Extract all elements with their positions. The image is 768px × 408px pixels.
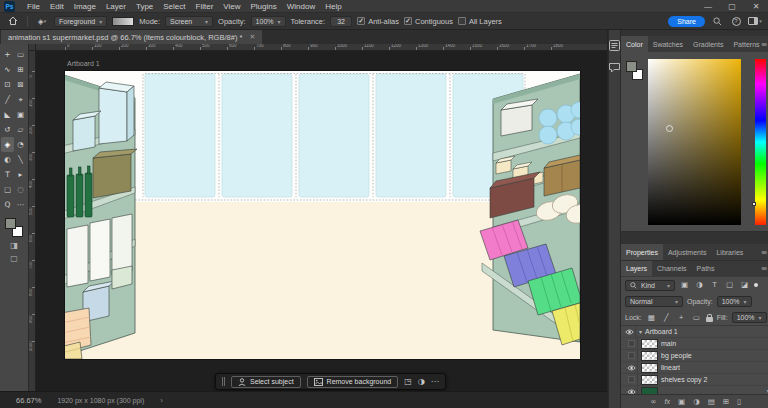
more-tools-tool[interactable]: ⋯ (14, 197, 27, 212)
photoshop-logo-icon[interactable]: Ps (4, 1, 15, 12)
tab-channels[interactable]: Channels (652, 261, 692, 276)
help-icon[interactable]: ? (729, 17, 743, 26)
document-tab[interactable]: animation s1 supermarket.psd @ 66.7% (it… (1, 30, 262, 44)
filter-kind-dropdown[interactable]: Kind ▾ (625, 280, 675, 291)
contiguous-checkbox[interactable]: ✓ Contiguous (404, 17, 453, 26)
tab-paths[interactable]: Paths (692, 261, 720, 276)
tolerance-input[interactable]: 32 (330, 16, 352, 27)
artboard-label[interactable]: Artboard 1 (67, 60, 100, 67)
more-options-icon[interactable]: ⋯ (431, 378, 439, 386)
zoom-tool[interactable]: Q (1, 197, 14, 212)
visibility-toggle[interactable] (625, 374, 638, 385)
visibility-toggle[interactable] (625, 362, 638, 373)
hand-tool[interactable]: ◌ (14, 182, 27, 197)
hue-slider-handle[interactable] (752, 202, 756, 206)
remove-background-button[interactable]: Remove background (307, 376, 399, 388)
menu-select[interactable]: Select (158, 2, 190, 11)
tab-close-icon[interactable]: ✕ (249, 33, 255, 41)
object-selection-tool[interactable]: ⊞ (14, 62, 27, 77)
menu-filter[interactable]: Filter (191, 2, 219, 11)
quick-mask-icon[interactable]: ◨ (10, 242, 18, 250)
layer-row[interactable]: shelves copy 2 (621, 374, 768, 386)
panel-menu-icon[interactable]: ≡ (761, 244, 768, 260)
menu-window[interactable]: Window (282, 2, 320, 11)
filter-adjustment-icon[interactable]: ◑ (694, 281, 705, 289)
adjustments-icon[interactable]: ◑ (418, 378, 425, 386)
layer-row[interactable]: main (621, 338, 768, 350)
marquee-tool[interactable]: ▭ (14, 47, 27, 62)
layer-thumbnail[interactable] (641, 375, 658, 385)
layer-row[interactable]: bg people (621, 350, 768, 362)
tab-gradients[interactable]: Gradients (688, 36, 728, 52)
layer-effects-icon[interactable]: fx (665, 398, 670, 405)
tab-swatches[interactable]: Swatches (648, 36, 688, 52)
layer-thumbnail[interactable] (641, 339, 658, 349)
layer-row-partial[interactable] (621, 386, 768, 394)
filter-type-icon[interactable]: T (709, 281, 720, 289)
paint-bucket-tool[interactable]: ◈ (1, 137, 14, 152)
close-button[interactable]: ✕ (744, 2, 768, 11)
dodge-tool[interactable]: ◐ (1, 152, 14, 167)
filter-image-icon[interactable]: ▣ (679, 281, 690, 289)
all-layers-checkbox[interactable]: All Layers (458, 17, 502, 26)
lasso-tool[interactable]: ∿ (1, 62, 14, 77)
paint-bucket-preset-icon[interactable]: ◈▾ (35, 17, 49, 26)
search-icon[interactable] (710, 17, 724, 26)
saturation-brightness-picker[interactable] (648, 59, 741, 225)
history-brush-tool[interactable]: ↺ (1, 122, 14, 137)
filter-toggle-icon[interactable] (754, 283, 758, 287)
transform-icon[interactable]: ◳ (404, 378, 412, 386)
status-chevron-icon[interactable]: › (160, 396, 163, 405)
drag-handle-icon[interactable] (222, 377, 225, 386)
shape-tool[interactable]: ▢ (1, 182, 14, 197)
share-button[interactable]: Share (668, 16, 705, 27)
panel-menu-icon[interactable]: ≡ (761, 261, 768, 276)
anti-alias-checkbox[interactable]: ✓ Anti-alias (357, 17, 399, 26)
menu-plugins[interactable]: Plugins (246, 2, 282, 11)
new-layer-icon[interactable]: ⊞ (723, 397, 729, 406)
layer-thumbnail[interactable] (641, 351, 658, 361)
home-icon[interactable] (6, 16, 20, 26)
screen-mode-icon[interactable]: ▢ (10, 255, 18, 263)
maximize-button[interactable]: ▢ (720, 2, 744, 11)
select-subject-button[interactable]: Select subject (231, 376, 301, 388)
expand-chevron-icon[interactable]: ▾ (639, 328, 642, 335)
layer-thumbnail[interactable] (641, 387, 658, 395)
comments-panel-icon[interactable] (609, 63, 620, 73)
layer-row[interactable]: lineart (621, 362, 768, 374)
history-panel-icon[interactable] (609, 40, 620, 51)
tab-patterns[interactable]: Patterns (728, 36, 764, 52)
tab-layers[interactable]: Layers (621, 261, 652, 276)
canvas-area[interactable]: 0100200300400500600700800900100011001200… (29, 44, 607, 391)
frame-tool[interactable]: ⊠ (14, 77, 27, 92)
layer-thumbnail[interactable] (641, 363, 658, 373)
delete-layer-icon[interactable]: ▯ (737, 397, 741, 406)
minimize-button[interactable]: — (696, 2, 720, 11)
eraser-tool[interactable]: ▱ (14, 122, 27, 137)
menu-layer[interactable]: Layer (101, 2, 131, 11)
layer-opacity-dropdown[interactable]: 100% ▾ (717, 296, 752, 307)
type-tool[interactable]: T (1, 167, 14, 182)
menu-edit[interactable]: Edit (45, 2, 69, 11)
hue-slider[interactable] (755, 59, 766, 225)
fill-source-dropdown[interactable]: Foreground▾ (54, 16, 107, 27)
lock-paint-icon[interactable]: ╱ (661, 314, 672, 322)
panel-menu-icon[interactable]: ≡ (761, 36, 768, 52)
filter-shape-icon[interactable]: ▢ (724, 281, 735, 289)
tab-properties[interactable]: Properties (621, 244, 663, 260)
eyedropper-tool[interactable]: ╱ (1, 92, 14, 107)
workspace-icon[interactable]: ▾ (748, 17, 762, 25)
crop-tool[interactable]: ⊡ (1, 77, 14, 92)
visibility-toggle[interactable] (625, 386, 638, 394)
visibility-toggle[interactable] (625, 338, 638, 349)
clone-stamp-tool[interactable]: ▣ (14, 107, 27, 122)
menu-type[interactable]: Type (131, 2, 158, 11)
opacity-dropdown[interactable]: 100%▾ (251, 16, 286, 27)
filter-smart-object-icon[interactable]: ◪ (739, 281, 750, 289)
tab-libraries[interactable]: Libraries (711, 244, 748, 260)
visibility-toggle[interactable] (625, 350, 638, 361)
path-select-tool[interactable]: ▸ (14, 167, 27, 182)
menu-view[interactable]: View (218, 2, 245, 11)
artboard[interactable] (65, 71, 580, 359)
brush-tool[interactable]: ◣ (1, 107, 14, 122)
